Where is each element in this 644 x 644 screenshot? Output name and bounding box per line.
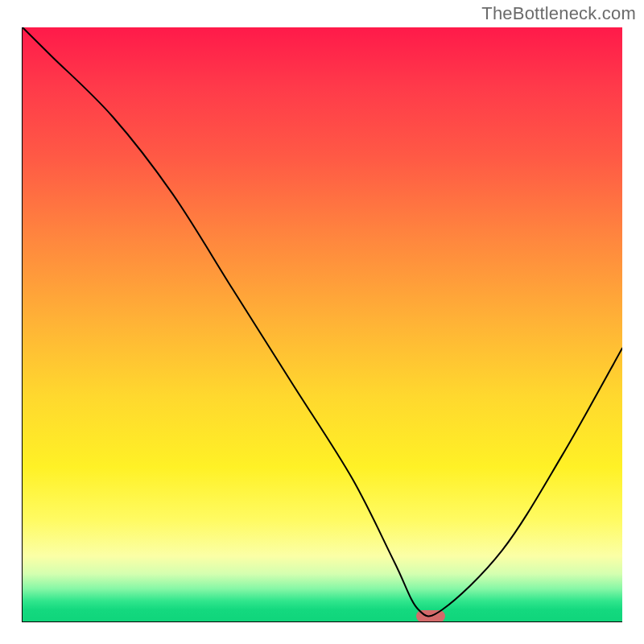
bottleneck-curve [23, 27, 622, 617]
curve-svg [23, 27, 622, 621]
attribution-text: TheBottleneck.com [481, 3, 636, 24]
plot-area [22, 27, 622, 622]
chart-stage: TheBottleneck.com [0, 0, 644, 644]
